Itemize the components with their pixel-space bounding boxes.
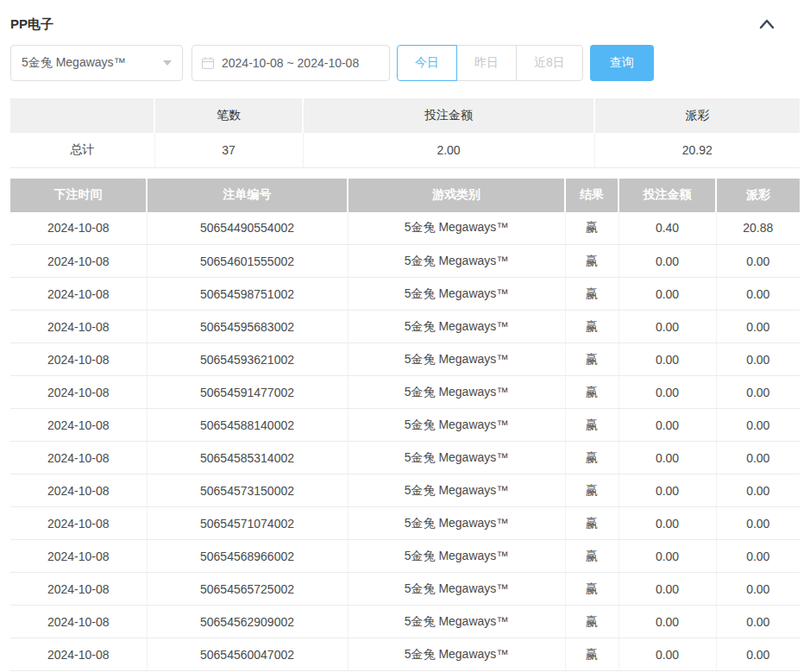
table-row: 2024-10-08506545881400025金兔 Megaways™赢0.… (10, 409, 800, 442)
quick-range-group: 今日 昨日 近8日 (397, 45, 583, 81)
cell-bet-id: 50654560047002 (147, 638, 348, 671)
summary-header-payout: 派彩 (594, 98, 800, 133)
cell-game-type: 5金兔 Megaways™ (348, 278, 565, 311)
cell-payout: 20.88 (716, 212, 800, 245)
cell-bet-amount: 0.00 (618, 540, 716, 573)
summary-header-count: 笔数 (154, 98, 303, 133)
summary-total-row: 总计 37 2.00 20.92 (10, 133, 800, 167)
cell-result: 赢 (565, 278, 618, 311)
game-select-value: 5金兔 Megaways™ (22, 55, 126, 71)
cell-result: 赢 (565, 573, 618, 606)
cell-result: 赢 (565, 245, 618, 278)
date-range-input[interactable]: 2024-10-08 ~ 2024-10-08 (192, 45, 390, 81)
cell-payout: 0.00 (716, 409, 800, 442)
cell-bet-amount: 0.00 (618, 573, 716, 606)
detail-header-row: 下注时间 注单编号 游戏类别 结果 投注金额 派彩 (10, 179, 800, 212)
cell-payout: 0.00 (716, 606, 800, 638)
table-row: 2024-10-08506545936210025金兔 Megaways™赢0.… (10, 343, 800, 376)
cell-result: 赢 (565, 409, 618, 442)
game-select[interactable]: 5金兔 Megaways™ (10, 45, 183, 81)
summary-header-empty (10, 98, 154, 133)
cell-bet-time: 2024-10-08 (10, 245, 147, 278)
table-row: 2024-10-08506545853140025金兔 Megaways™赢0.… (10, 442, 800, 474)
summary-total-bet-amount: 2.00 (303, 133, 594, 167)
cell-payout: 0.00 (716, 278, 800, 311)
cell-game-type: 5金兔 Megaways™ (348, 343, 565, 376)
cell-bet-time: 2024-10-08 (10, 606, 147, 638)
table-row: 2024-10-08506545731500025金兔 Megaways™赢0.… (10, 474, 800, 507)
cell-bet-id: 50654601555002 (147, 245, 348, 278)
quick-range-yesterday-button[interactable]: 昨日 (456, 45, 517, 81)
cell-game-type: 5金兔 Megaways™ (348, 212, 565, 245)
table-row: 2024-10-08506545657250025金兔 Megaways™赢0.… (10, 573, 800, 606)
cell-payout: 0.00 (716, 573, 800, 606)
cell-bet-id: 50654585314002 (147, 442, 348, 474)
cell-bet-amount: 0.00 (618, 606, 716, 638)
table-row: 2024-10-08506544905540025金兔 Megaways™赢0.… (10, 212, 800, 245)
cell-result: 赢 (565, 311, 618, 343)
cell-result: 赢 (565, 474, 618, 507)
cell-bet-amount: 0.00 (618, 278, 716, 311)
header-payout: 派彩 (716, 179, 800, 212)
header-game-type: 游戏类别 (348, 179, 565, 212)
quick-range-today-button[interactable]: 今日 (397, 45, 457, 81)
cell-bet-amount: 0.00 (618, 638, 716, 671)
cell-bet-id: 50654565725002 (147, 573, 348, 606)
cell-result: 赢 (565, 442, 618, 474)
cell-payout: 0.00 (716, 638, 800, 671)
cell-payout: 0.00 (716, 376, 800, 409)
cell-bet-id: 50654490554002 (147, 212, 348, 245)
filter-bar: 5金兔 Megaways™ 2024-10-08 ~ 2024-10-08 今日… (10, 45, 800, 81)
cell-bet-time: 2024-10-08 (10, 212, 147, 245)
page-title: PP电子 (10, 16, 53, 33)
cell-bet-time: 2024-10-08 (10, 573, 147, 606)
cell-game-type: 5金兔 Megaways™ (348, 245, 565, 278)
header-result: 结果 (565, 179, 618, 212)
cell-bet-time: 2024-10-08 (10, 311, 147, 343)
cell-bet-amount: 0.40 (618, 212, 716, 245)
table-row: 2024-10-08506545914770025金兔 Megaways™赢0.… (10, 376, 800, 409)
summary-header-bet-amount: 投注金额 (303, 98, 594, 133)
cell-bet-time: 2024-10-08 (10, 376, 147, 409)
cell-bet-id: 50654562909002 (147, 606, 348, 638)
cell-bet-id: 50654593621002 (147, 343, 348, 376)
cell-result: 赢 (565, 376, 618, 409)
cell-bet-time: 2024-10-08 (10, 343, 147, 376)
bet-records-table: 下注时间 注单编号 游戏类别 结果 投注金额 派彩 2024-10-085065… (10, 179, 800, 672)
cell-game-type: 5金兔 Megaways™ (348, 573, 565, 606)
cell-bet-time: 2024-10-08 (10, 474, 147, 507)
cell-result: 赢 (565, 212, 618, 245)
quick-range-last8days-button[interactable]: 近8日 (516, 45, 583, 81)
cell-bet-amount: 0.00 (618, 343, 716, 376)
cell-bet-time: 2024-10-08 (10, 409, 147, 442)
cell-bet-amount: 0.00 (618, 376, 716, 409)
cell-bet-amount: 0.00 (618, 507, 716, 540)
collapse-button[interactable] (757, 14, 777, 35)
cell-game-type: 5金兔 Megaways™ (348, 507, 565, 540)
cell-bet-id: 50654568966002 (147, 540, 348, 573)
table-row: 2024-10-08506545710740025金兔 Megaways™赢0.… (10, 507, 800, 540)
cell-payout: 0.00 (716, 507, 800, 540)
table-row: 2024-10-08506545956830025金兔 Megaways™赢0.… (10, 311, 800, 343)
header-bet-time: 下注时间 (10, 179, 147, 212)
cell-bet-time: 2024-10-08 (10, 638, 147, 671)
cell-bet-id: 50654595683002 (147, 311, 348, 343)
header-bet-id: 注单编号 (147, 179, 348, 212)
cell-bet-id: 50654598751002 (147, 278, 348, 311)
cell-game-type: 5金兔 Megaways™ (348, 474, 565, 507)
detail-table-body: 2024-10-08506544905540025金兔 Megaways™赢0.… (10, 212, 800, 671)
table-row: 2024-10-08506545629090025金兔 Megaways™赢0.… (10, 606, 800, 638)
cell-bet-time: 2024-10-08 (10, 442, 147, 474)
cell-result: 赢 (565, 638, 618, 671)
cell-game-type: 5金兔 Megaways™ (348, 311, 565, 343)
search-button[interactable]: 查询 (590, 45, 654, 81)
summary-total-payout: 20.92 (594, 133, 800, 167)
cell-bet-id: 50654588140002 (147, 409, 348, 442)
cell-game-type: 5金兔 Megaways™ (348, 638, 565, 671)
date-range-value: 2024-10-08 ~ 2024-10-08 (222, 56, 359, 70)
cell-game-type: 5金兔 Megaways™ (348, 442, 565, 474)
cell-result: 赢 (565, 606, 618, 638)
cell-game-type: 5金兔 Megaways™ (348, 409, 565, 442)
cell-bet-id: 50654591477002 (147, 376, 348, 409)
cell-payout: 0.00 (716, 245, 800, 278)
